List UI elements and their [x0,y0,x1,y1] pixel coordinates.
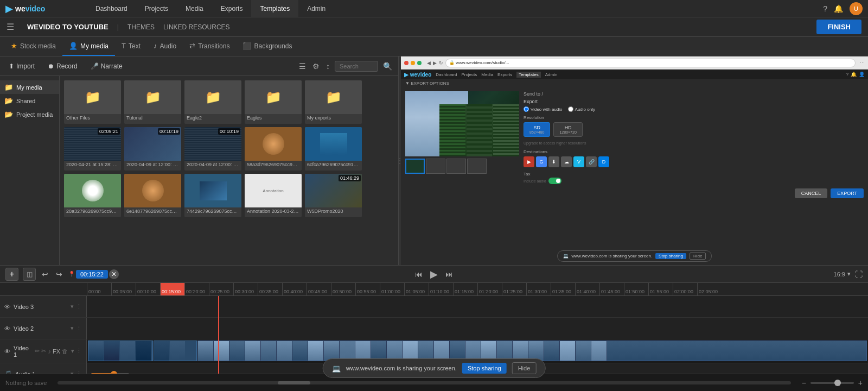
browser-forward-icon[interactable]: ▶ [433,60,437,66]
tab-backgrounds[interactable]: ⬛ Backgrounds [236,37,298,56]
list-item[interactable]: 📁 My exports [305,80,362,124]
tab-stock-media[interactable]: ★ Stock media [4,37,62,56]
user-avatar[interactable]: U [850,2,863,15]
zoom-slider[interactable] [810,382,854,384]
list-item[interactable]: Annotation Annotation 2020-03-23 102743 [245,174,302,217]
track-video1-menu[interactable]: ⋮ [76,348,82,355]
browser-refresh-icon[interactable]: ↻ [439,60,443,66]
skip-forward-icon[interactable]: ⏭ [444,268,455,280]
sd-resolution-button[interactable]: SD 852×480 [524,122,550,137]
play-pause-icon[interactable]: ▶ [429,267,439,282]
inner-nav-exports[interactable]: Exports [497,72,512,77]
scrollbar-thumb[interactable] [278,381,310,384]
filter-icon[interactable]: ⚙ [311,60,321,72]
track-video2-menu[interactable]: ⋮ [76,325,82,332]
add-track-button[interactable]: + [5,268,18,281]
thumb-option-3[interactable] [467,159,487,174]
inner-stop-sharing-button[interactable]: Stop sharing [655,253,686,259]
aspect-ratio-selector[interactable]: 16:9 ▾ [834,270,851,278]
clear-time-button[interactable]: ✕ [109,269,119,279]
sidebar-item-project-media[interactable]: 📂 Project media [0,108,59,121]
notification-icon[interactable]: 🔔 [834,4,843,13]
fx-label[interactable]: FX [53,348,60,355]
track-video3-menu[interactable]: ⋮ [76,303,82,310]
hamburger-menu[interactable]: ☰ [7,22,14,32]
video-clip[interactable] [154,340,197,361]
themes-link[interactable]: THEMES [127,23,155,31]
inner-nav-templates[interactable]: Templates [516,72,540,78]
dest-drive-icon[interactable]: G [536,156,547,167]
finish-button[interactable]: FINISH [816,20,861,34]
zoom-thumb[interactable] [834,380,841,386]
inner-nav-dashboard[interactable]: Dashboard [436,72,457,77]
dest-dropbox-icon[interactable]: D [598,156,609,167]
stop-sharing-button[interactable]: Stop sharing [462,363,507,374]
audio-volume-knob[interactable] [111,371,117,374]
export-button[interactable]: EXPORT [831,188,864,198]
zoom-out-icon[interactable]: − [802,379,806,387]
cancel-button[interactable]: CANCEL [795,188,828,198]
list-item[interactable]: 00:10:19 2020-04-09 at 12:00: Screen [184,127,241,171]
nav-item-admin[interactable]: Admin [298,0,334,17]
search-input[interactable] [335,61,378,72]
inner-nav-media[interactable]: Media [481,72,493,77]
dest-download-icon[interactable]: ⬇ [548,156,559,167]
linked-resources-link[interactable]: LINKED RESOURCES [163,23,230,31]
track-video3-visibility-icon[interactable]: 👁 [4,304,10,310]
browser-minimize-dot[interactable] [411,61,415,65]
thumb-option-1[interactable] [426,159,445,174]
list-item[interactable]: 01:46:29 W5DPromo2020 [305,174,362,217]
thumb-selected[interactable] [405,159,425,174]
audio-edit-icon[interactable]: ♪ [48,348,51,355]
record-button[interactable]: ⏺ Record [43,60,82,72]
track-audio1-menu[interactable]: ⋮ [76,370,82,374]
trash-icon[interactable]: 🗑 [62,348,68,355]
sidebar-item-my-media[interactable]: 📁 My media [0,80,59,94]
include-audio-toggle[interactable] [548,178,561,184]
track-video2-chevron[interactable]: ▾ [71,325,74,332]
nav-item-media[interactable]: Media [177,0,212,17]
narrate-button[interactable]: 🎤 Narrate [86,60,127,72]
browser-url-bar[interactable]: 🔒 www.wevideo.com/studio/... [445,59,856,67]
browser-close-dot[interactable] [404,61,409,65]
nav-item-dashboard[interactable]: Dashboard [87,0,136,17]
search-icon[interactable]: 🔍 [381,60,394,72]
list-item[interactable]: 6cfca796269075cc917beb... [305,127,362,171]
browser-maximize-dot[interactable] [417,61,422,65]
undo-icon[interactable]: ↩ [40,268,50,280]
track-audio1-chevron[interactable]: ▾ [71,370,74,374]
tab-transitions[interactable]: ⇄ Transitions [183,37,236,56]
inner-help-icon[interactable]: ? [846,72,848,77]
track-video2-content[interactable] [87,318,868,339]
list-item[interactable]: 📁 Eagles [245,80,302,124]
redo-icon[interactable]: ↪ [54,268,64,280]
crop-icon[interactable]: ✂ [41,348,46,355]
nav-item-templates[interactable]: Templates [251,0,298,17]
tab-audio[interactable]: ♪ Audio [147,37,183,56]
inner-nav-admin[interactable]: Admin [545,72,558,77]
hide-notification-button[interactable]: Hide [512,362,537,374]
thumb-option-2[interactable] [446,159,466,174]
audio-only-radio[interactable]: Audio only [568,106,595,112]
tab-text[interactable]: T Text [115,37,147,56]
inner-bell-icon[interactable]: 🔔 [851,72,857,77]
track-video1-visibility-icon[interactable]: 👁 [4,348,10,355]
wevideo-logo[interactable]: ▶ wevideo [5,3,45,15]
list-item[interactable]: 📁 Tutorial [124,80,181,124]
video-clip[interactable] [88,340,153,361]
track-video3-chevron[interactable]: ▾ [71,303,74,310]
fullscreen-icon[interactable]: ⛶ [855,270,863,279]
dest-vimeo-icon[interactable]: V [573,156,584,167]
pencil-icon[interactable]: ✏ [35,348,40,355]
horizontal-scrollbar[interactable] [58,381,790,384]
layers-button[interactable]: ◫ [23,268,36,281]
tab-my-media[interactable]: 👤 My media [62,37,115,56]
list-item[interactable]: 02:09:21 2020-04-21 at 15:28: Screen [64,127,121,171]
track-video1-chevron[interactable]: ▾ [71,348,74,355]
skip-back-icon[interactable]: ⏮ [413,268,424,280]
inner-nav-projects[interactable]: Projects [461,72,477,77]
list-item[interactable]: 00:10:19 2020-04-09 at 12:00: Webcam [124,127,181,171]
inner-hide-button[interactable]: Hide [690,253,706,260]
list-item[interactable]: 20a32796269075cc917beb... [64,174,121,217]
browser-back-icon[interactable]: ◀ [427,60,431,66]
